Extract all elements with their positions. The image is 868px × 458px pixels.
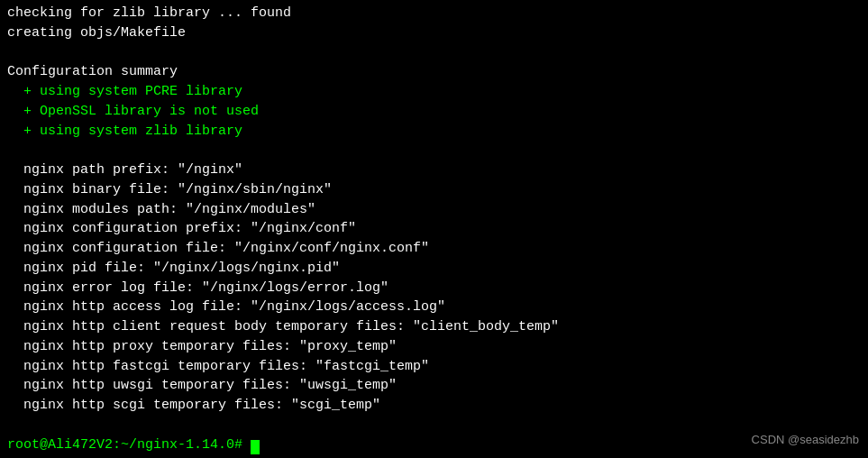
line-12: nginx configuration prefix: "/nginx/conf… bbox=[7, 219, 861, 239]
line-1: checking for zlib library ... found bbox=[7, 4, 861, 23]
line-11: nginx modules path: "/nginx/modules" bbox=[7, 200, 861, 220]
terminal-output: checking for zlib library ... found crea… bbox=[7, 4, 861, 435]
cursor bbox=[251, 440, 260, 454]
line-19: nginx http fastcgi temporary files: "fas… bbox=[7, 357, 861, 377]
line-6: + OpenSSL library is not used bbox=[7, 102, 861, 122]
terminal: checking for zlib library ... found crea… bbox=[0, 0, 868, 458]
prompt: root@Ali472V2:~/nginx-1.14.0# bbox=[7, 437, 251, 453]
line-16: nginx http access log file: "/nginx/logs… bbox=[7, 298, 861, 317]
line-21: nginx http scgi temporary files: "scgi_t… bbox=[7, 396, 861, 416]
line-13: nginx configuration file: "/nginx/conf/n… bbox=[7, 239, 861, 259]
line-8 bbox=[7, 141, 861, 160]
line-4: Configuration summary bbox=[7, 62, 861, 82]
line-10: nginx binary file: "/nginx/sbin/nginx" bbox=[7, 180, 861, 200]
line-7: + using system zlib library bbox=[7, 122, 861, 142]
line-22 bbox=[7, 416, 861, 435]
line-3 bbox=[7, 43, 861, 63]
line-18: nginx http proxy temporary files: "proxy… bbox=[7, 337, 861, 357]
line-9: nginx path prefix: "/nginx" bbox=[7, 160, 861, 180]
line-5: + using system PCRE library bbox=[7, 82, 861, 102]
line-2: creating objs/Makefile bbox=[7, 23, 861, 43]
line-15: nginx error log file: "/nginx/logs/error… bbox=[7, 279, 861, 298]
line-20: nginx http uwsgi temporary files: "uwsgi… bbox=[7, 376, 861, 396]
line-14: nginx pid file: "/nginx/logs/nginx.pid" bbox=[7, 259, 861, 279]
terminal-prompt-line[interactable]: root@Ali472V2:~/nginx-1.14.0# bbox=[7, 435, 861, 455]
line-17: nginx http client request body temporary… bbox=[7, 317, 861, 337]
watermark: CSDN @seasidezhb bbox=[752, 432, 859, 449]
